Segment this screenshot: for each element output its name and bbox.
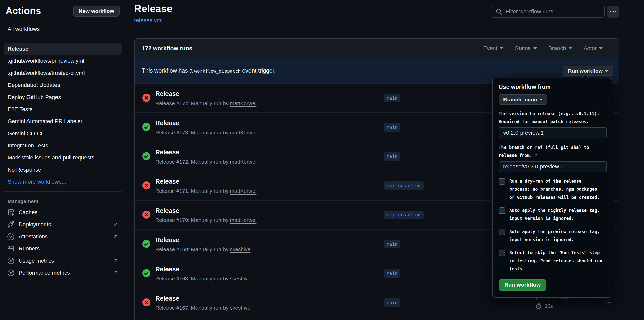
- external-link-icon: [113, 221, 119, 228]
- meter-icon: [7, 257, 15, 265]
- run-title-link[interactable]: Release: [155, 178, 179, 185]
- chevron-down-icon: [500, 47, 503, 49]
- sidebar-item-management[interactable]: Usage metrics: [0, 255, 126, 267]
- checkbox-label: Select to skip the "Run Tests" step in t…: [509, 249, 603, 273]
- run-actor-link[interactable]: mattKorwel: [230, 130, 256, 135]
- runs-filters: Event Status Branch Actor: [483, 45, 603, 52]
- filter-dropdown[interactable]: Event: [483, 45, 503, 52]
- run-actor-link[interactable]: mattKorwel: [230, 159, 256, 165]
- branch-badge[interactable]: mk/fix-action: [384, 211, 424, 219]
- run-duration: 35s: [544, 303, 553, 309]
- run-title-link[interactable]: Release: [155, 119, 179, 127]
- success-status-icon: [142, 123, 150, 131]
- filter-dropdown[interactable]: Branch: [548, 45, 572, 52]
- checkbox-row: Auto apply the nightly release tag, inpu…: [499, 206, 606, 222]
- external-link-icon: [113, 258, 119, 264]
- sidebar-item-management[interactable]: Caches: [0, 206, 126, 218]
- branch-badge[interactable]: main: [384, 240, 400, 248]
- runs-card-header: 172 workflow runs Event Status Branch Ac…: [135, 39, 619, 58]
- version-input-label: The version to release (e.g., v0.1.11). …: [499, 110, 607, 126]
- branch-select-button[interactable]: Branch: main: [499, 94, 547, 105]
- chevron-down-icon: [599, 47, 603, 49]
- filter-dropdown[interactable]: Actor: [584, 45, 603, 52]
- dialog-checkbox-list: Run a dry-run of the release process; no…: [499, 177, 606, 273]
- run-description: Release #173: Manually run by mattKorwel: [155, 130, 256, 136]
- checkbox-input[interactable]: [499, 250, 505, 256]
- sidebar-item-workflow[interactable]: Gemini CLI CI: [4, 127, 122, 140]
- sidebar-item-management[interactable]: Performance metrics: [0, 267, 126, 279]
- sidebar-item-workflow[interactable]: Mark stale issues and pull requests: [4, 152, 122, 164]
- sidebar-item-workflow[interactable]: No Response: [4, 164, 122, 176]
- sidebar-item-workflow[interactable]: Dependabot Updates: [4, 79, 122, 91]
- run-description: Release #169: Manually run by skeshive: [155, 246, 250, 252]
- sidebar-item-management[interactable]: Attestations: [0, 231, 126, 243]
- run-title-link[interactable]: Release: [155, 266, 179, 273]
- run-title-link[interactable]: Release: [155, 236, 179, 244]
- sidebar-item-label: Caches: [19, 209, 38, 216]
- dialog-title: Use workflow from: [499, 84, 606, 90]
- workflow-file-link[interactable]: release.yml: [134, 17, 162, 24]
- sidebar-divider: [4, 191, 122, 192]
- stopwatch-icon: [535, 303, 542, 309]
- run-actor-link[interactable]: mattKorwel: [230, 188, 256, 194]
- sidebar-item-workflow[interactable]: Release: [4, 43, 122, 55]
- run-workflow-submit-button[interactable]: Run workflow: [499, 279, 546, 291]
- checkbox-row: Select to skip the "Run Tests" step in t…: [499, 249, 606, 273]
- success-status-icon: [142, 240, 150, 248]
- run-title-link[interactable]: Release: [155, 295, 179, 302]
- checkbox-input[interactable]: [499, 207, 505, 214]
- run-workflow-dropdown-button[interactable]: Run workflow: [563, 66, 613, 76]
- page-kebab-menu-button[interactable]: [607, 6, 619, 18]
- show-more-workflows-link[interactable]: Show more workflows...: [4, 176, 122, 188]
- checkbox-input[interactable]: [499, 229, 505, 235]
- run-actor-link[interactable]: mattKorwel: [230, 217, 256, 223]
- filter-runs-searchbox[interactable]: [491, 6, 605, 18]
- run-description: Release #170: Manually run by mattKorwel: [155, 217, 256, 223]
- sidebar-item-workflow[interactable]: E2E Tests: [4, 103, 122, 115]
- branch-badge[interactable]: main: [384, 269, 400, 278]
- branch-badge[interactable]: main: [384, 298, 400, 307]
- run-actor-link[interactable]: skeshive: [230, 276, 250, 281]
- run-title-link[interactable]: Release: [155, 90, 179, 98]
- banner-code: workflow_dispatch: [193, 68, 242, 74]
- failure-status-icon: [142, 94, 150, 102]
- version-input[interactable]: [499, 127, 607, 138]
- sidebar-item-workflow[interactable]: Gemini Automated PR Labeler: [4, 115, 122, 127]
- search-input[interactable]: [506, 8, 600, 15]
- kebab-icon: [605, 299, 612, 306]
- ref-input-label: The branch or ref (full git sha) to rele…: [499, 143, 607, 159]
- run-actor-link[interactable]: mattKorwel: [230, 100, 256, 106]
- checkbox-label: Auto apply the preview release tag, inpu…: [509, 228, 603, 244]
- branch-badge[interactable]: main: [384, 152, 400, 161]
- new-workflow-button[interactable]: New workflow: [73, 6, 120, 17]
- run-kebab-menu-button[interactable]: [602, 299, 615, 307]
- branch-badge[interactable]: main: [384, 123, 400, 132]
- run-description: Release #171: Manually run by mattKorwel: [155, 188, 256, 194]
- branch-badge[interactable]: mk/fix-action: [384, 181, 424, 190]
- sidebar-item-workflow[interactable]: Integration Tests: [4, 140, 122, 152]
- sidebar-item-workflow[interactable]: .github/workflows/trusted-ci.yml: [4, 67, 122, 79]
- run-title-link[interactable]: Release: [155, 207, 179, 214]
- sidebar-item-label: Attestations: [19, 233, 48, 240]
- chevron-down-icon: [605, 70, 608, 72]
- meter-icon: [7, 269, 15, 277]
- sidebar-item-all-workflows[interactable]: All workflows: [4, 23, 122, 35]
- checkbox-input[interactable]: [499, 178, 505, 185]
- actions-sidebar: Actions New workflow All workflows Relea…: [0, 0, 126, 320]
- failure-status-icon: [142, 181, 150, 189]
- ref-input[interactable]: [499, 161, 607, 172]
- run-title-link[interactable]: Release: [155, 149, 179, 156]
- sidebar-item-workflow[interactable]: .github/workflows/pr-review.yml: [4, 55, 122, 67]
- sidebar-item-label: Usage metrics: [19, 258, 54, 264]
- branch-badge[interactable]: main: [384, 94, 400, 102]
- run-workflow-dialog: Use workflow from Branch: main The versi…: [492, 78, 612, 298]
- search-icon: [495, 8, 502, 15]
- external-link-icon: [113, 270, 119, 276]
- run-actor-link[interactable]: skeshive: [230, 246, 250, 252]
- next-row-partial: [135, 317, 619, 320]
- run-actor-link[interactable]: skeshive: [230, 305, 250, 311]
- filter-dropdown[interactable]: Status: [515, 45, 537, 52]
- sidebar-item-workflow[interactable]: Deploy GitHub Pages: [4, 91, 122, 103]
- sidebar-item-management[interactable]: Deployments: [0, 218, 126, 231]
- sidebar-item-management[interactable]: Runners: [0, 243, 126, 255]
